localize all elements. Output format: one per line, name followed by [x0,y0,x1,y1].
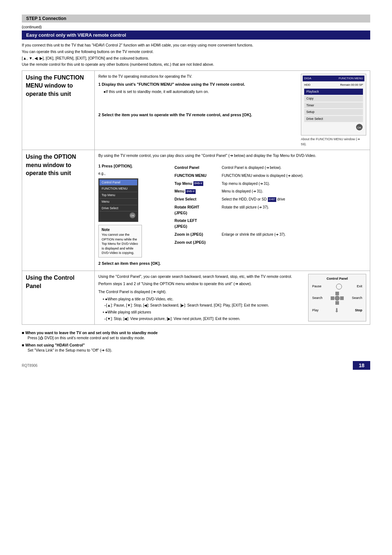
section2-label: Using the OPTION menu window to operate … [26,154,76,176]
om-drive-select: Drive Select [99,205,137,212]
cp-search-left-label: Search [312,296,323,301]
section2-step1: 1 Press [OPTION]. [98,163,161,169]
opt-val-6 [220,217,366,231]
section-title-bar: Easy control only with VIERA remote cont… [22,31,370,40]
om-menu: Menu [99,199,137,205]
standby-bullet [22,331,25,335]
step-header-text: STEP 1 Connection [26,16,66,21]
opt-key-1: FUNCTION MENU [172,172,220,180]
fm-item-setup: Setup [304,109,363,115]
intro-line4: Use the remote control for this unit to … [22,62,370,68]
section3-right: Using the "Control Panel", you can opera… [95,271,370,325]
opt-row-3: Menu DVD-V Menu is displayed (➔ 31). [172,187,366,195]
opt-key-3: Menu DVD-V [172,187,220,195]
section2-step2: 2 Select an item then press [OK]. [98,260,161,267]
section1-step2: 2 Select the item you want to operate wi… [98,112,295,118]
cp-dpad-right[interactable] [340,296,344,300]
opt-val-5: Rotate the still picture (➔ 37). [220,203,366,217]
cp-dpad-left[interactable] [331,296,334,300]
intro-text: If you connect this unit to the TV that … [22,42,370,68]
section1-right: Refer to the TV operating instructions f… [95,71,370,150]
fm-ok-button: OK [356,123,363,131]
opt-key-8: Zoom out (JPEG) [172,239,220,247]
hdavi-heading-text: When not using "HDAVI Control" [25,343,85,347]
cp-search-right-label: Search [352,296,362,301]
opt-row-2: Top Menu DVD-V Top menu is displayed (➔ … [172,180,366,188]
fm-item-drive: Drive Select [304,116,363,122]
opt-val-7: Enlarge or shrink the still picture (➔ 3… [220,231,366,239]
page-number: 18 [359,362,364,368]
section3-intro2: Perform steps 1 and 2 of "Using the OPTI… [98,281,302,287]
opt-val-4: Select the HDD, DVD or SD EH67 drive [220,195,366,203]
opt-val-0: Control Panel is displayed (➔ below). [220,164,366,172]
option-table: Control Panel Control Panel is displayed… [172,164,366,246]
control-panel-mockup: Control Panel Pause Exit Search [308,274,366,321]
om-top-menu: Top Menu [99,192,137,199]
intro-line1: If you connect this unit to the TV that … [22,42,370,48]
fm-header-right: FUNCTION MENU [339,76,363,81]
om-function-menu: FUNCTION MENU [99,186,137,192]
function-menu-mockup: DIGA FUNCTION MENU HDD Remain 00:00 SP P… [301,74,366,147]
cp-pause-label: Pause [312,284,322,289]
section2-intro: By using the TV remote control, you can … [98,153,366,159]
opt-row-0: Control Panel Control Panel is displayed… [172,164,366,172]
opt-row-8: Zoom out (JPEG) [172,239,366,247]
cp-play-label: Play [312,308,319,313]
footer-section: When you want to leave the TV on and set… [22,331,370,352]
continued-label: (continued) [22,25,370,29]
note-label: Note [102,227,139,232]
section2-left: Using the OPTION menu window to operate … [22,150,95,271]
note-box: Note You cannot use the OPTION menu whil… [98,225,142,258]
section3-intro1: Using the "Control Panel", you can opera… [98,274,302,280]
standby-text: Press [⏻ DVD] on this unit's remote cont… [28,336,370,340]
opt-val-8 [220,239,366,247]
hdavi-text: Set "Viera Link" in the Setup menu to "O… [28,348,370,352]
fm-caption: About the FUNCTION MENU window (➔ 59). [301,137,366,147]
svg-text:OK: OK [357,126,362,129]
svg-text:OK: OK [131,214,134,217]
fm-item-playback: Playback [304,89,363,95]
cp-dpad [331,292,344,305]
section3-label: Using the Control Panel [26,275,74,289]
standby-heading: When you want to leave the TV on and set… [22,331,370,335]
cp-stop-label: Stop [355,308,362,313]
section3-playing-still-desc: –[▼]: Stop, [◀]: View previous picture, … [104,316,302,321]
section1-refer: Refer to the TV operating instructions f… [98,74,295,79]
opt-key-7: Zoom in (JPEG) [172,231,220,239]
cp-dpad-up[interactable] [335,292,339,295]
section3-playing-title: ●When playing a title or DVD-Video, etc. [103,296,302,302]
fm-hdd: HDD [304,83,310,87]
fm-remain: Remain 00:00 SP [340,83,363,87]
section1-step1-sub: ●If this unit is set to standby mode, it… [98,89,295,95]
section1-step1: 1 Display this unit's "FUNCTION MENU" wi… [98,81,295,88]
cp-exit-label: Exit [357,284,362,289]
opt-row-5: Rotate RIGHT(JPEG) Rotate the still pict… [172,203,366,217]
opt-key-6: Rotate LEFT(JPEG) [172,217,220,231]
opt-row-1: FUNCTION MENU FUNCTION MENU window is di… [172,172,366,180]
section1-left: Using the FUNCTION MENU window to operat… [22,71,95,150]
page-number-box: 18 [353,361,370,370]
intro-line2: You can operate this unit using the foll… [22,49,370,55]
section3-playing-still: ●While playing still pictures [103,309,302,315]
om-ok-button: OK [129,212,136,219]
main-table: Using the FUNCTION MENU window to operat… [22,70,370,325]
fm-item-timer: Timer [304,102,363,109]
cp-dpad-down[interactable] [335,301,339,305]
opt-val-3: Menu is displayed (➔ 31). [220,187,366,195]
cp-title: Control Panel [312,276,362,281]
fm-header-left: DIGA [304,76,311,81]
opt-key-0: Control Panel [172,164,220,172]
section1-label: Using the FUNCTION MENU window to operat… [26,74,84,97]
cp-dpad-center[interactable] [335,296,340,301]
section2-right: By using the TV remote control, you can … [95,150,370,271]
standby-heading-text: When you want to leave the TV on and set… [25,331,158,335]
page-num-bar: RQT8906 18 [22,361,370,370]
hdavi-bullet [22,343,25,347]
opt-key-5: Rotate RIGHT(JPEG) [172,203,220,217]
opt-key-4: Drive Select [172,195,220,203]
opt-row-7: Zoom in (JPEG) Enlarge or shrink the sti… [172,231,366,239]
cp-pause-button[interactable] [336,284,342,289]
opt-row-6: Rotate LEFT(JPEG) [172,217,366,231]
opt-val-1: FUNCTION MENU window is displayed (➔ abo… [220,172,366,180]
fm-item-copy: Copy [304,96,363,102]
